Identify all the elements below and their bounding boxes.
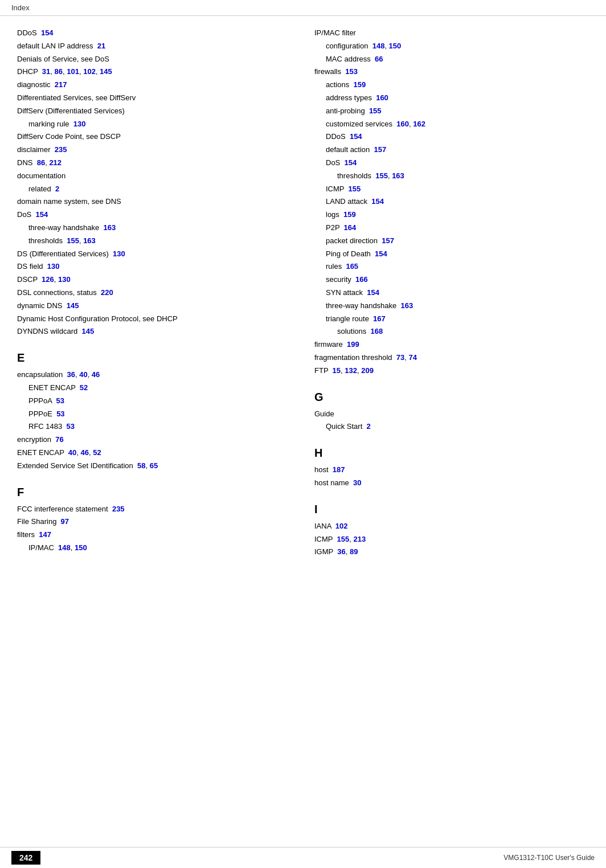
- page-number: 154: [345, 158, 357, 167]
- section-letter: E: [17, 351, 292, 365]
- term-text: ENET ENCAP 40, 46, 52: [17, 447, 292, 459]
- index-entry: IP/MAC 148, 150: [17, 542, 292, 554]
- index-entry: SYN attack 154: [314, 287, 589, 299]
- term-text: Denials of Service, see DoS: [17, 54, 292, 65]
- term-text: three-way handshake 163: [17, 222, 292, 234]
- page-number: 130: [73, 120, 86, 128]
- page-number: 65: [150, 461, 158, 470]
- section-letter: H: [314, 447, 589, 460]
- index-entry: Extended Service Set IDentification 58, …: [17, 460, 292, 472]
- page-number: 46: [81, 448, 89, 457]
- page-number: 86: [55, 67, 63, 76]
- page-number: 168: [371, 327, 383, 335]
- page-number: 154: [371, 197, 384, 206]
- term-text: related 2: [17, 183, 292, 195]
- index-entry: packet direction 157: [314, 235, 589, 247]
- term-text: Ping of Death 154: [314, 248, 589, 260]
- page-number: 102: [335, 522, 348, 530]
- header-title: Index: [0, 0, 606, 16]
- page-number: 36: [337, 547, 345, 556]
- page-number: 167: [373, 314, 386, 323]
- term-text: thresholds 155, 163: [314, 170, 589, 182]
- page-number: 157: [374, 145, 387, 154]
- index-entry: three-way handshake 163: [314, 300, 589, 312]
- term-text: firmware 199: [314, 339, 589, 351]
- term-text: packet direction 157: [314, 235, 589, 247]
- term-text: security 166: [314, 274, 589, 286]
- left-main-entries: DDoS 154default LAN IP address 21Denials…: [17, 27, 292, 338]
- page-number: 159: [343, 210, 356, 219]
- page-number: 145: [67, 301, 79, 310]
- index-entry: FCC interference statement 235: [17, 503, 292, 515]
- term-text: Dynamic Host Configuration Protocol, see…: [17, 313, 292, 325]
- index-entry: DDoS 154: [17, 27, 292, 39]
- index-entry: encryption 76: [17, 434, 292, 446]
- page-number: 199: [347, 340, 359, 349]
- index-entry: Dynamic Host Configuration Protocol, see…: [17, 313, 292, 325]
- page-number: 126: [42, 275, 54, 284]
- index-entry: solutions 168: [314, 326, 589, 338]
- page-number: 154: [367, 288, 379, 297]
- term-text: domain name system, see DNS: [17, 196, 292, 208]
- page-number: 21: [97, 42, 105, 50]
- term-text: DS (Differentiated Services) 130: [17, 248, 292, 260]
- term-text: DSCP 126, 130: [17, 274, 292, 286]
- page-number: 235: [112, 505, 125, 513]
- term-text: IP/MAC filter: [314, 27, 589, 39]
- index-entry: IANA 102: [314, 521, 589, 533]
- page-number: 40: [68, 448, 76, 457]
- index-entry: marking rule 130: [17, 118, 292, 130]
- term-text: DSL connections, status 220: [17, 287, 292, 299]
- term-text: default action 157: [314, 144, 589, 156]
- page-number: 154: [41, 28, 54, 37]
- index-entry: DNS 86, 212: [17, 157, 292, 169]
- footer-guide-title: VMG1312-T10C User's Guide: [503, 854, 595, 862]
- index-entry: host name 30: [314, 477, 589, 489]
- page-number: 147: [39, 530, 51, 539]
- footer-page-number: 242: [11, 851, 40, 865]
- term-text: DDoS 154: [314, 131, 589, 143]
- term-text: PPPoA 53: [17, 395, 292, 407]
- page-number: 148: [372, 42, 385, 50]
- section-letter: I: [314, 503, 589, 516]
- page-number: 160: [396, 120, 409, 128]
- page-number: 209: [361, 366, 374, 375]
- page-number: 46: [92, 370, 100, 379]
- left-column: DDoS 154default LAN IP address 21Denials…: [17, 27, 303, 559]
- index-entry: DiffServ (Differentiated Services): [17, 105, 292, 117]
- page-number: 153: [345, 67, 358, 76]
- term-text: MAC address 66: [314, 54, 589, 65]
- page-number: 220: [101, 288, 113, 297]
- term-text: ICMP 155, 213: [314, 534, 589, 546]
- index-entry: DiffServ Code Point, see DSCP: [17, 131, 292, 143]
- term-text: P2P 164: [314, 222, 589, 234]
- section-letter: G: [314, 391, 589, 404]
- page-number: 145: [81, 327, 94, 335]
- term-text: RFC 1483 53: [17, 421, 292, 433]
- page-number: 52: [80, 383, 88, 392]
- page-number: 86: [37, 158, 45, 167]
- right-sections: GGuideQuick Start 2Hhost 187host name 30…: [314, 391, 589, 559]
- page-number: 52: [93, 448, 101, 457]
- index-content: DDoS 154default LAN IP address 21Denials…: [0, 16, 606, 571]
- page-number: 154: [375, 249, 387, 258]
- page-number: 235: [55, 145, 67, 154]
- index-entry: customized services 160, 162: [314, 118, 589, 130]
- page-number: 150: [75, 543, 87, 552]
- term-text: DiffServ (Differentiated Services): [17, 105, 292, 117]
- term-text: DoS 154: [314, 157, 589, 169]
- page-number: 53: [56, 396, 64, 405]
- term-text: thresholds 155, 163: [17, 235, 292, 247]
- page-number: 76: [55, 435, 63, 444]
- index-entry: default LAN IP address 21: [17, 40, 292, 52]
- index-entry: rules 165: [314, 261, 589, 273]
- page-number: 217: [55, 80, 67, 89]
- index-entry: related 2: [17, 183, 292, 195]
- term-text: IP/MAC 148, 150: [17, 542, 292, 554]
- index-entry: DSL connections, status 220: [17, 287, 292, 299]
- page-number: 89: [350, 547, 358, 556]
- page-number: 165: [346, 262, 358, 271]
- page-number: 130: [47, 262, 60, 271]
- index-entry: P2P 164: [314, 222, 589, 234]
- term-text: configuration 148, 150: [314, 40, 589, 52]
